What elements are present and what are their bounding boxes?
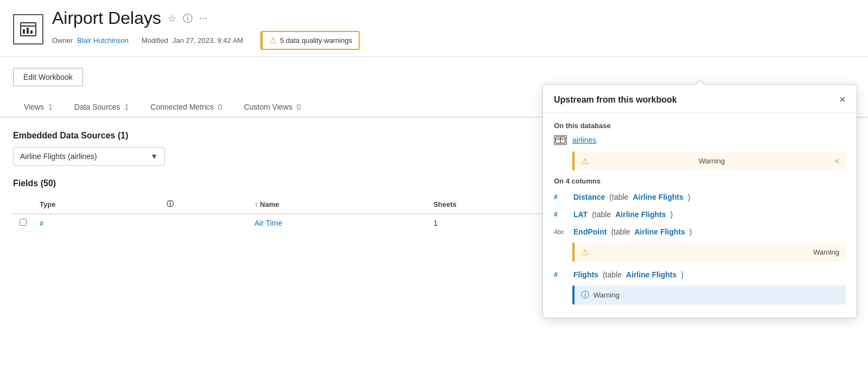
meta-row: Owner Blair Hutchinson Modified Jan 27, … — [52, 31, 855, 50]
col-table-link-distance[interactable]: Airline Flights — [633, 193, 683, 201]
popup-body: On this database airlines ⚠ Warning < On… — [543, 113, 857, 245]
col-header-info: ⓘ — [160, 195, 248, 214]
row-info-cell — [160, 214, 248, 232]
columns-section: On 4 columns # Distance (table Airline F… — [554, 177, 846, 245]
favorite-icon[interactable]: ☆ — [168, 12, 176, 24]
col-name-distance[interactable]: Distance — [573, 193, 605, 201]
db-name-link[interactable]: airlines — [572, 136, 596, 144]
col-table-link-endpoint[interactable]: Airline Flights — [634, 227, 685, 236]
type-icon: # — [40, 219, 43, 227]
tab-custom-views-label: Custom Views — [244, 103, 292, 111]
svg-rect-3 — [27, 28, 29, 34]
modified-label: Modified — [142, 36, 168, 45]
col-header-type: Type — [33, 195, 160, 214]
row-name-cell[interactable]: Air Time — [248, 214, 427, 232]
chevron-right-icon: < — [835, 157, 839, 166]
tab-views[interactable]: Views 1 — [13, 97, 63, 118]
db-warning-text: Warning — [699, 157, 725, 165]
col-table-close-endpoint: ) — [690, 227, 692, 236]
col-name-endpoint[interactable]: EndPoint — [573, 227, 607, 236]
quality-badge-text: 5 data quality warnings — [280, 36, 352, 45]
header-info: Airport Delays ☆ ⓘ ··· Owner Blair Hutch… — [52, 9, 855, 50]
datasource-dropdown[interactable]: Airline Flights (airlines) ▼ — [13, 147, 165, 166]
db-warning-row[interactable]: ⚠ Warning < — [572, 151, 846, 170]
field-name-link[interactable]: Air Time — [254, 219, 282, 227]
column-item-lat: # LAT (table Airline Flights ) — [554, 208, 846, 221]
title-row: Airport Delays ☆ ⓘ ··· — [52, 9, 855, 28]
info-icon[interactable]: ⓘ — [183, 12, 193, 25]
popup-title: Upstream from this workbook — [554, 95, 677, 105]
col-type-icon-distance: # — [554, 193, 569, 201]
page-header: Airport Delays ☆ ⓘ ··· Owner Blair Hutch… — [0, 0, 868, 57]
col-table-distance: (table — [609, 193, 628, 201]
popup-arrow — [694, 79, 705, 85]
row-checkbox-cell[interactable] — [13, 214, 33, 232]
popup-close-button[interactable]: × — [839, 93, 846, 106]
columns-section-label: On 4 columns — [554, 177, 846, 185]
db-item: airlines — [554, 135, 846, 145]
col-table-close-distance: ) — [688, 193, 691, 201]
tab-views-count: 1 — [48, 103, 53, 111]
warning-badge-icon: ⚠ — [269, 35, 277, 46]
col-table-lat: (table — [592, 210, 611, 219]
tab-data-sources-label: Data Sources — [74, 103, 120, 111]
col-table-link-lat[interactable]: Airline Flights — [615, 210, 666, 219]
column-item-endpoint: Abc EndPoint (table Airline Flights ) — [554, 225, 846, 238]
tab-views-label: Views — [24, 103, 44, 111]
owner-label: Owner — [52, 36, 73, 45]
col-type-icon-endpoint: Abc — [554, 229, 569, 235]
edit-workbook-button[interactable]: Edit Workbook — [13, 68, 83, 86]
tab-connected-metrics-label: Connected Metrics — [150, 103, 214, 111]
col-header-name: ↑ Name — [248, 195, 427, 214]
owner-link[interactable]: Blair Hutchinson — [77, 36, 129, 45]
database-icon — [554, 135, 567, 145]
tab-data-sources[interactable]: Data Sources 1 — [63, 97, 140, 118]
tab-connected-metrics[interactable]: Connected Metrics 0 — [139, 97, 233, 118]
upstream-popup-panel: Upstream from this workbook × On this da… — [542, 84, 857, 245]
endpoint-warning-row[interactable]: ⚠ Warning — [572, 243, 846, 245]
page-title: Airport Delays — [52, 9, 161, 28]
col-header-checkbox — [13, 195, 33, 214]
modified-date: Jan 27, 2023, 9:42 AM — [173, 36, 243, 45]
col-table-close-lat: ) — [671, 210, 673, 219]
db-warning-icon: ⚠ — [581, 156, 589, 166]
row-checkbox[interactable] — [20, 219, 27, 226]
popup-header: Upstream from this workbook × — [543, 85, 857, 113]
datasource-dropdown-value: Airline Flights (airlines) — [20, 152, 97, 161]
quality-warnings-badge[interactable]: ⚠ 5 data quality warnings — [260, 31, 360, 50]
col-table-endpoint: (table — [611, 227, 630, 236]
svg-rect-4 — [30, 30, 33, 34]
tab-connected-metrics-count: 0 — [218, 103, 222, 111]
col-name-lat[interactable]: LAT — [573, 210, 588, 219]
workbook-icon — [13, 14, 43, 45]
row-type-cell: # — [33, 214, 160, 232]
tab-data-sources-count: 1 — [125, 103, 129, 111]
tab-custom-views-count: 0 — [297, 103, 301, 111]
column-item-distance: # Distance (table Airline Flights ) — [554, 191, 846, 204]
tab-custom-views[interactable]: Custom Views 0 — [233, 97, 312, 118]
svg-rect-2 — [23, 29, 25, 34]
more-options-icon[interactable]: ··· — [199, 12, 207, 24]
db-section-label: On this database — [554, 122, 846, 130]
dropdown-arrow-icon: ▼ — [150, 152, 158, 161]
col-type-icon-lat: # — [554, 211, 569, 218]
